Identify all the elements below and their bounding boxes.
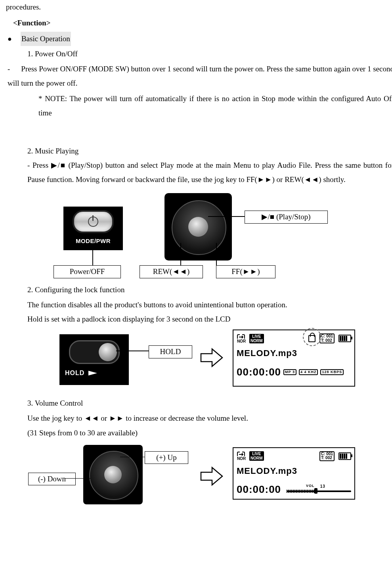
ff-label: FF(►►)	[216, 265, 275, 278]
lcd-display-volume: NOR LIVENORM C: 001T: 002 MELODY.mp3 00:…	[233, 447, 355, 500]
lcd-time-row: 00:00:00 VOL 13	[237, 480, 354, 499]
live-norm-icon: LIVENORM	[249, 334, 264, 343]
minus-down-label: (-) Down	[28, 473, 76, 486]
hold-knob	[99, 343, 117, 361]
volume-heading: 3. Volume Control	[27, 396, 392, 410]
lcd-time: 00:00:00	[237, 362, 281, 382]
plus-up-label: (+) Up	[145, 451, 188, 464]
nor-icon: NOR	[237, 451, 246, 461]
bullet-icon: ●	[8, 32, 12, 46]
power-button-icon	[73, 210, 114, 233]
figure-power-jog: MODE/PWR Power/OFF REW(◄◄) FF(►►) ▶/■ (P…	[6, 192, 386, 283]
khz-icon: 4 4 KHZ	[299, 369, 318, 375]
vol-label: VOL	[306, 483, 315, 489]
figure-hold: HOLD HOLD NOR LIVENORM	[6, 329, 386, 396]
music-heading: 2. Music Playing	[27, 144, 392, 158]
hold-word: HOLD	[65, 367, 84, 379]
nor-icon: NOR	[237, 334, 246, 344]
lcd-filename: MELODY.mp3	[237, 345, 351, 362]
volume-p2: (31 Steps from 0 to 30 are available)	[27, 426, 392, 440]
playstop-label: ▶/■ (Play/Stop)	[245, 211, 328, 224]
arrow-right-icon	[200, 348, 224, 368]
hold-text: HOLD	[65, 367, 97, 379]
power-off-label: Power/OFF	[54, 265, 121, 278]
spacer	[6, 120, 392, 144]
modepwr-label: MODE/PWR	[76, 236, 111, 247]
power-para-text: Press Power ON/OFF (MODE SW) button over…	[8, 65, 392, 87]
arrow-right-icon	[200, 466, 224, 486]
volume-p1: Use the jog key to ◄◄ or ►► to increase …	[27, 411, 392, 425]
leader-line	[208, 216, 246, 217]
hold-label: HOLD	[149, 345, 192, 358]
lcd-display-hold: NOR LIVENORM C: 001T: 002 MELODY.mp3 00:…	[233, 330, 355, 387]
power-symbol-icon	[88, 216, 98, 227]
leader-line	[180, 243, 181, 266]
lcd-filename: MELODY.mp3	[237, 463, 351, 479]
lcd-time: 00:00:00	[237, 480, 281, 499]
basic-operation-row: ● Basic Operation	[8, 32, 392, 46]
highlight-circle	[303, 328, 321, 346]
hold-switch-graphic: HOLD	[59, 334, 129, 385]
figure-volume: (-) Down (+) Up NOR LIVENORM C: 001T: 00…	[6, 443, 386, 510]
power-paragraph: -Press Power ON/OFF (MODE SW) button ove…	[8, 62, 392, 90]
dash-icon: -	[8, 65, 10, 73]
leader-line	[65, 478, 91, 479]
track-count-icon: C: 001T: 002	[319, 451, 335, 461]
lock-heading: 2. Configuring the lock function	[27, 283, 392, 297]
leader-line	[120, 457, 145, 458]
volume-bar: VOL 13	[287, 487, 351, 493]
lcd-time-row: 00:00:00 MP 3 4 4 KHZ 128 KBPS	[237, 362, 354, 382]
power-onoff-item: 1. Power On/Off	[27, 47, 392, 61]
jog-dial-graphic-2	[83, 445, 143, 504]
hold-track	[69, 340, 120, 364]
mp3-icon: MP 3	[283, 369, 296, 375]
live-norm-icon: LIVENORM	[249, 451, 264, 461]
battery-icon	[338, 452, 351, 460]
vol-value: 13	[320, 483, 325, 490]
basic-operation-label: Basic Operation	[21, 32, 71, 46]
leader-line	[216, 243, 217, 266]
leader-line	[92, 250, 93, 266]
rew-label: REW(◄◄)	[140, 265, 203, 278]
battery-icon	[338, 335, 351, 342]
track-count-icon: C: 001T: 002	[319, 333, 335, 343]
svg-marker-1	[201, 467, 222, 485]
kbps-icon: 128 KBPS	[320, 369, 344, 375]
modepwr-button-graphic: MODE/PWR	[63, 207, 123, 250]
svg-marker-0	[201, 349, 222, 366]
partial-word: procedures.	[6, 0, 392, 14]
jog-dial-graphic	[164, 193, 232, 261]
power-note: * NOTE: The power will turn off automati…	[38, 92, 392, 120]
lock-p1: The function disables all the product's …	[27, 298, 392, 312]
music-paragraph: - Press ▶/■ (Play/Stop) button and selec…	[27, 158, 392, 187]
lock-p2: Hold is set with a padlock icon displayi…	[27, 312, 392, 326]
hold-arrow-icon	[88, 371, 97, 376]
leader-line	[116, 351, 149, 351]
function-heading: <Function>	[13, 16, 392, 30]
